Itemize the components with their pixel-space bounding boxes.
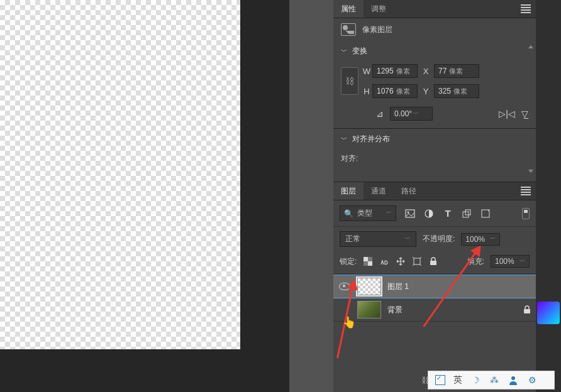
ime-gear-icon[interactable]: ⚙ — [526, 374, 538, 386]
ime-language[interactable]: 英 — [453, 374, 462, 386]
search-icon: 🔍 — [344, 209, 353, 218]
layer-name-label[interactable]: 背景 — [387, 305, 517, 315]
filter-shape-icon[interactable] — [462, 209, 472, 219]
svg-rect-12 — [524, 309, 530, 313]
tab-channels[interactable]: 通道 — [364, 182, 394, 200]
layer-type-row: 像素图层 — [333, 18, 536, 41]
panels-column: 属性 调整 像素图层 ﹀ 变换 ⛓ W 1295像素 X 77像素 H 1076… — [333, 0, 536, 392]
align-label: 对齐: — [341, 154, 358, 163]
lock-transparency-icon[interactable] — [363, 256, 373, 266]
scroll-down-indicator[interactable] — [528, 170, 533, 173]
ime-person-icon[interactable] — [508, 374, 519, 386]
layer-thumbnail[interactable] — [357, 301, 381, 318]
panel-menu-icon[interactable] — [521, 186, 531, 196]
layers-tabs: 图层 通道 路径 — [333, 182, 536, 200]
color-cube-icon[interactable] — [537, 302, 560, 324]
w-label: W — [361, 67, 372, 76]
h-label: H — [361, 87, 372, 96]
angle-input[interactable]: 0.00°﹀ — [390, 107, 433, 121]
tab-properties[interactable]: 属性 — [333, 0, 364, 18]
fill-input[interactable]: 100% ﹀ — [491, 255, 530, 268]
pixel-layer-icon — [341, 23, 356, 36]
blend-row: 正常 ﹀ 不透明度: 100% ﹀ — [333, 227, 536, 251]
chevron-down-icon: ﹀ — [405, 235, 411, 243]
svg-rect-10 — [414, 258, 420, 264]
tab-layers[interactable]: 图层 — [333, 182, 364, 200]
svg-rect-9 — [364, 261, 368, 266]
layer-thumbnail[interactable] — [357, 278, 381, 295]
align-header-label: 对齐并分布 — [352, 134, 390, 144]
svg-rect-8 — [368, 257, 372, 261]
layer-name-label[interactable]: 图层 1 — [387, 281, 531, 292]
filter-toggle-switch[interactable] — [522, 208, 530, 219]
layer-list: 图层 1 背景 — [333, 275, 536, 322]
filter-pixel-icon[interactable] — [405, 209, 415, 219]
lock-artboard-icon[interactable] — [412, 256, 422, 266]
layer-row-layer1[interactable]: 图层 1 — [333, 275, 536, 298]
filter-type-icon[interactable]: T — [443, 209, 453, 219]
y-label: Y — [418, 87, 434, 96]
filter-smartobject-icon[interactable] — [480, 209, 491, 219]
angle-icon: ⊿ — [376, 109, 384, 119]
x-input[interactable]: 77像素 — [434, 64, 479, 78]
scroll-up-indicator[interactable] — [528, 45, 533, 48]
properties-panel: 属性 调整 像素图层 ﹀ 变换 ⛓ W 1295像素 X 77像素 H 1076… — [333, 0, 536, 170]
ime-edit-icon[interactable] — [435, 374, 446, 386]
svg-rect-4 — [465, 210, 470, 215]
filter-adjustment-icon[interactable] — [424, 209, 434, 219]
transform-header[interactable]: ﹀ 变换 — [333, 41, 536, 62]
flip-vertical-icon[interactable]: ▽̲ — [521, 109, 528, 119]
transform-header-label: 变换 — [352, 46, 367, 57]
lock-position-icon[interactable] — [396, 256, 406, 266]
collapsed-panel-strip[interactable] — [536, 0, 561, 392]
align-header[interactable]: ﹀ 对齐并分布 — [333, 129, 536, 150]
link-dimensions-icon[interactable]: ⛓ — [341, 67, 358, 95]
flip-horizontal-icon[interactable]: ▷|◁ — [499, 109, 515, 119]
blend-mode-dropdown[interactable]: 正常 ﹀ — [340, 231, 416, 247]
layer-type-label: 像素图层 — [362, 24, 392, 35]
svg-point-1 — [408, 211, 409, 213]
ime-moon-icon[interactable]: ☽ — [470, 374, 481, 386]
panel-menu-icon[interactable] — [521, 4, 531, 14]
canvas-area — [0, 0, 289, 392]
layer-filter-row: 🔍 类型 ﹀ T — [333, 200, 536, 227]
align-body: 对齐: — [333, 150, 536, 170]
svg-rect-6 — [364, 257, 368, 261]
layers-panel: 图层 通道 路径 🔍 类型 ﹀ T 正常 ﹀ — [333, 182, 536, 322]
svg-point-13 — [511, 376, 515, 380]
opacity-input[interactable]: 100% ﹀ — [461, 233, 500, 246]
ime-toolbar: 英 ☽ ⁂ ⚙ — [428, 371, 555, 389]
tab-paths[interactable]: 路径 — [394, 182, 424, 200]
pointer-cursor-icon: 👆 — [342, 315, 356, 329]
height-input[interactable]: 1076像素 — [372, 84, 418, 98]
tab-adjustments[interactable]: 调整 — [364, 0, 394, 18]
lock-label: 锁定: — [340, 256, 357, 267]
lock-pixels-icon[interactable] — [379, 256, 389, 266]
svg-rect-7 — [368, 261, 372, 266]
lock-row: 锁定: 填充: 100% ﹀ — [333, 251, 536, 275]
y-input[interactable]: 325像素 — [434, 84, 479, 98]
document-canvas[interactable] — [0, 0, 240, 349]
x-label: X — [418, 67, 434, 76]
svg-rect-11 — [430, 261, 436, 265]
chevron-down-icon: ﹀ — [341, 47, 347, 56]
lock-all-icon[interactable] — [428, 256, 438, 266]
chevron-down-icon: ﹀ — [341, 135, 347, 144]
ime-sparkle-icon[interactable]: ⁂ — [489, 374, 500, 386]
lock-icon — [523, 305, 531, 314]
width-input[interactable]: 1295像素 — [372, 64, 418, 78]
properties-tabs: 属性 调整 — [333, 0, 536, 18]
gutter — [289, 0, 333, 392]
angle-row: ⊿ 0.00°﹀ ▷|◁ ▽̲ — [333, 103, 536, 128]
opacity-label: 不透明度: — [423, 234, 455, 244]
chevron-down-icon: ﹀ — [386, 209, 392, 217]
transform-controls: ⛓ W 1295像素 X 77像素 H 1076像素 Y 325像素 — [333, 62, 536, 103]
filter-type-dropdown[interactable]: 🔍 类型 ﹀ — [340, 205, 396, 221]
